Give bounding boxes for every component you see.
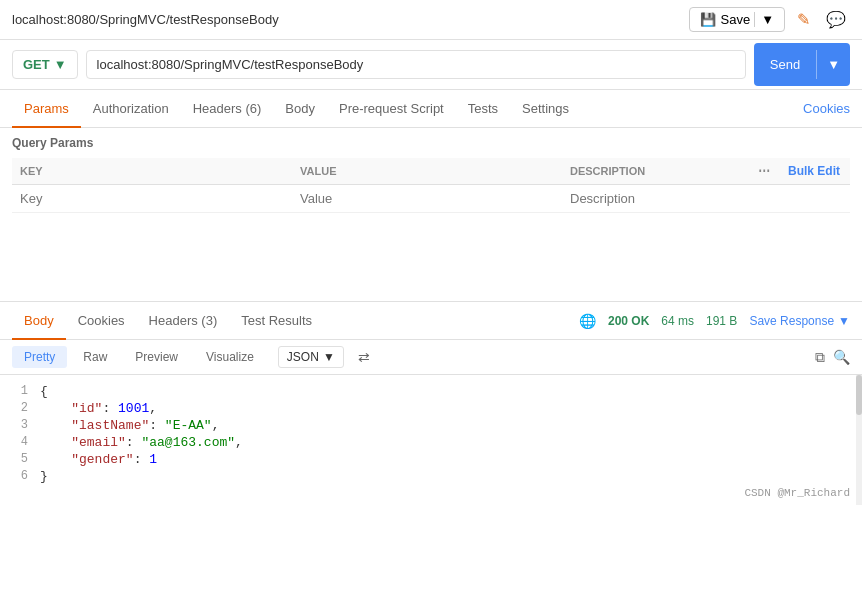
code-actions: ⧉ 🔍 (815, 349, 850, 366)
status-size: 191 B (706, 314, 737, 328)
more-icon[interactable]: ⋯ (758, 164, 770, 178)
search-icon[interactable]: 🔍 (833, 349, 850, 365)
save-label: Save (720, 12, 750, 27)
save-response-button[interactable]: Save Response ▼ (749, 314, 850, 328)
globe-icon: 🌐 (579, 313, 596, 329)
code-line-1: 1 { (0, 383, 862, 400)
code-scrollbar[interactable] (856, 375, 862, 505)
method-label: GET (23, 57, 50, 72)
line-num-6: 6 (0, 469, 40, 483)
code-area: 1 { 2 "id": 1001, 3 "lastName": "E-AA", … (0, 375, 862, 505)
subtab-raw[interactable]: Raw (71, 346, 119, 368)
send-button[interactable]: Send ▼ (754, 43, 850, 86)
line-content-3: "lastName": "E-AA", (40, 418, 862, 433)
response-tabs: Body Cookies Headers (3) Test Results 🌐 … (0, 302, 862, 340)
code-line-2: 2 "id": 1001, (0, 400, 862, 417)
line-num-3: 3 (0, 418, 40, 432)
col-bulk-edit: Bulk Edit (780, 158, 850, 185)
format-arrow: ▼ (323, 350, 335, 364)
col-description: DESCRIPTION (562, 158, 750, 185)
params-section-label: Query Params (12, 136, 850, 150)
line-content-5: "gender": 1 (40, 452, 862, 467)
line-num-5: 5 (0, 452, 40, 466)
params-table-header: KEY VALUE DESCRIPTION ⋯ Bulk Edit (12, 158, 850, 185)
title-url: localhost:8080/SpringMVC/testResponseBod… (12, 12, 279, 27)
save-dropdown-arrow[interactable]: ▼ (754, 12, 774, 27)
tab-settings[interactable]: Settings (510, 91, 581, 128)
col-value: VALUE (292, 158, 562, 185)
desc-cell (562, 185, 750, 213)
description-input[interactable] (570, 191, 742, 206)
response-tab-headers[interactable]: Headers (3) (137, 303, 230, 340)
save-response-arrow: ▼ (838, 314, 850, 328)
line-content-1: { (40, 384, 862, 399)
method-dropdown[interactable]: GET ▼ (12, 50, 78, 79)
code-line-3: 3 "lastName": "E-AA", (0, 417, 862, 434)
status-time: 64 ms (661, 314, 694, 328)
col-more: ⋯ (750, 158, 780, 185)
response-tab-cookies[interactable]: Cookies (66, 303, 137, 340)
response-tab-body[interactable]: Body (12, 303, 66, 340)
code-line-5: 5 "gender": 1 (0, 451, 862, 468)
value-input[interactable] (300, 191, 554, 206)
status-ok: 200 OK (608, 314, 649, 328)
save-icon: 💾 (700, 12, 716, 27)
line-num-1: 1 (0, 384, 40, 398)
request-tabs: Params Authorization Headers (6) Body Pr… (0, 90, 862, 128)
table-row (12, 185, 850, 213)
col-key: KEY (12, 158, 292, 185)
request-bar: GET ▼ Send ▼ (0, 40, 862, 90)
format-select[interactable]: JSON ▼ (278, 346, 344, 368)
url-input[interactable] (86, 50, 746, 79)
copy-icon[interactable]: ⧉ (815, 349, 825, 366)
subtab-preview[interactable]: Preview (123, 346, 190, 368)
send-dropdown-arrow[interactable]: ▼ (816, 50, 850, 79)
edit-icon-button[interactable]: ✎ (793, 6, 814, 33)
save-button[interactable]: 💾 Save ▼ (689, 7, 785, 32)
tab-pre-request-script[interactable]: Pre-request Script (327, 91, 456, 128)
empty-space (0, 221, 862, 301)
code-line-6: 6 } (0, 468, 862, 485)
method-arrow: ▼ (54, 57, 67, 72)
send-label: Send (754, 50, 816, 79)
response-status-bar: 🌐 200 OK 64 ms 191 B Save Response ▼ (579, 313, 850, 329)
line-content-6: } (40, 469, 862, 484)
line-content-4: "email": "aa@163.com", (40, 435, 862, 450)
subtab-pretty[interactable]: Pretty (12, 346, 67, 368)
code-line-4: 4 "email": "aa@163.com", (0, 434, 862, 451)
title-bar: localhost:8080/SpringMVC/testResponseBod… (0, 0, 862, 40)
line-num-4: 4 (0, 435, 40, 449)
tab-body[interactable]: Body (273, 91, 327, 128)
params-table: KEY VALUE DESCRIPTION ⋯ Bulk Edit (12, 158, 850, 213)
code-scrollbar-thumb[interactable] (856, 375, 862, 415)
tab-tests[interactable]: Tests (456, 91, 510, 128)
subtab-visualize[interactable]: Visualize (194, 346, 266, 368)
body-subtabs: Pretty Raw Preview Visualize JSON ▼ ⇄ ⧉ … (0, 340, 862, 375)
format-label: JSON (287, 350, 319, 364)
response-section: Body Cookies Headers (3) Test Results 🌐 … (0, 302, 862, 505)
params-section: Query Params KEY VALUE DESCRIPTION ⋯ Bul… (0, 128, 862, 221)
bulk-edit-button[interactable]: Bulk Edit (788, 164, 840, 178)
line-content-2: "id": 1001, (40, 401, 862, 416)
key-cell (12, 185, 292, 213)
watermark: CSDN @Mr_Richard (744, 487, 850, 499)
wrap-icon[interactable]: ⇄ (358, 349, 370, 365)
cookies-link[interactable]: Cookies (803, 101, 850, 116)
comment-icon-button[interactable]: 💬 (822, 6, 850, 33)
tab-headers[interactable]: Headers (6) (181, 91, 274, 128)
tab-authorization[interactable]: Authorization (81, 91, 181, 128)
line-num-2: 2 (0, 401, 40, 415)
response-tab-test-results[interactable]: Test Results (229, 303, 324, 340)
value-cell (292, 185, 562, 213)
title-actions: 💾 Save ▼ ✎ 💬 (689, 6, 850, 33)
key-input[interactable] (20, 191, 284, 206)
tab-params[interactable]: Params (12, 91, 81, 128)
